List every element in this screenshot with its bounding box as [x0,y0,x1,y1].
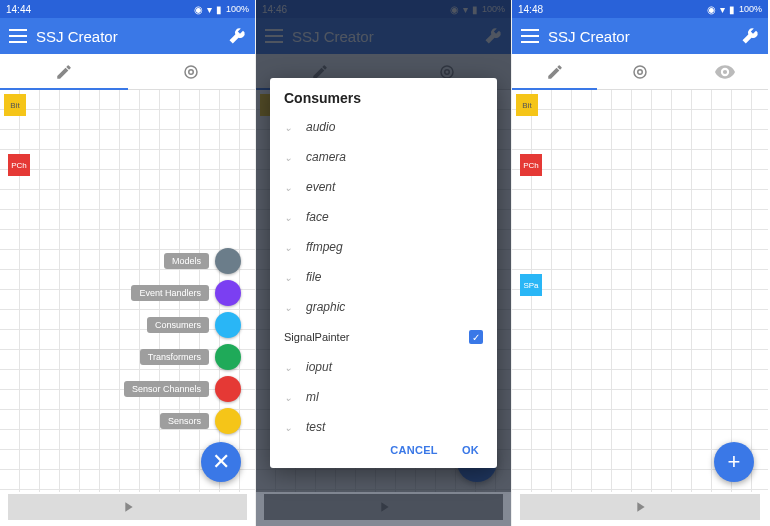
dialog-item-ml[interactable]: ⌄ml [270,382,497,412]
chevron-down-icon: ⌄ [284,182,298,193]
screen-1: 14:44 ◉ ▾ ▮ 100% SSJ Creator [0,0,256,526]
palette-label: Consumers [147,317,209,333]
play-icon [632,499,648,515]
tab-run[interactable] [597,54,682,89]
battery-pct: 100% [739,4,762,14]
status-time: 14:44 [6,4,31,15]
svg-point-5 [638,69,643,74]
battery-pct: 100% [226,4,249,14]
dialog-item-test[interactable]: ⌄test [270,412,497,434]
node-spa[interactable]: SPa [520,274,542,296]
palette-consumers[interactable]: Consumers [147,312,241,338]
palette-circle [215,248,241,274]
tab-bar [512,54,768,90]
palette-circle [215,408,241,434]
dialog-item-face[interactable]: ⌄face [270,202,497,232]
node-pch[interactable]: PCh [520,154,542,176]
tab-edit[interactable] [0,54,128,89]
battery-icon: ▮ [216,4,222,15]
palette-circle [215,344,241,370]
chevron-down-icon: ⌄ [284,362,298,373]
wrench-icon[interactable] [227,26,247,46]
tab-bar [0,54,255,90]
palette-circle [215,376,241,402]
canvas[interactable]: Bit PCh SPa + [512,90,768,492]
wifi-icon: ▾ [720,4,725,15]
dialog-item-audio[interactable]: ⌄audio [270,112,497,142]
play-icon [120,499,136,515]
svg-point-1 [189,69,194,74]
dialog-actions: CANCEL OK [270,434,497,468]
chevron-down-icon: ⌄ [284,422,298,433]
palette-transformers[interactable]: Transformers [140,344,241,370]
node-bit[interactable]: Bit [4,94,26,116]
cancel-button[interactable]: CANCEL [390,444,438,456]
palette-label: Sensors [160,413,209,429]
dialog-item-file[interactable]: ⌄file [270,262,497,292]
screen-2: 14:46 ◉ ▾ ▮ 100% SSJ Creator [256,0,512,526]
status-time: 14:48 [518,4,543,15]
svg-point-4 [634,66,646,78]
dialog-item-event[interactable]: ⌄event [270,172,497,202]
screen-3: 14:48 ◉ ▾ ▮ 100% SSJ Creator [512,0,768,526]
dialog-item-label: SignalPainter [284,331,349,343]
fab-add[interactable]: + [714,442,754,482]
status-bar: 14:44 ◉ ▾ ▮ 100% [0,0,255,18]
palette-circle [215,312,241,338]
eye-icon: ◉ [707,4,716,15]
chevron-down-icon: ⌄ [284,212,298,223]
svg-point-0 [185,66,197,78]
dialog-list[interactable]: ⌄audio ⌄camera ⌄event ⌄face ⌄ffmpeg ⌄fil… [270,112,497,434]
close-icon: ✕ [212,449,230,475]
dialog-item-graphic[interactable]: ⌄graphic [270,292,497,322]
wifi-icon: ▾ [207,4,212,15]
app-bar: SSJ Creator [512,18,768,54]
palette-circle [215,280,241,306]
canvas[interactable]: Bit PCh Models Event Handlers Consumers … [0,90,255,492]
eye-icon: ◉ [194,4,203,15]
battery-icon: ▮ [729,4,735,15]
palette-sensor-channels[interactable]: Sensor Channels [124,376,241,402]
node-bit[interactable]: Bit [516,94,538,116]
app-bar: SSJ Creator [0,18,255,54]
status-bar: 14:48 ◉ ▾ ▮ 100% [512,0,768,18]
dialog-item-camera[interactable]: ⌄camera [270,142,497,172]
plus-icon: + [728,449,741,475]
chevron-down-icon: ⌄ [284,242,298,253]
palette-sensors[interactable]: Sensors [160,408,241,434]
wrench-icon[interactable] [740,26,760,46]
chevron-down-icon: ⌄ [284,272,298,283]
chevron-down-icon: ⌄ [284,392,298,403]
status-icons: ◉ ▾ ▮ 100% [707,4,762,15]
palette-label: Event Handlers [131,285,209,301]
chevron-down-icon: ⌄ [284,122,298,133]
play-bar[interactable] [520,494,760,520]
palette-label: Sensor Channels [124,381,209,397]
svg-point-6 [723,69,727,73]
dialog-item-ffmpeg[interactable]: ⌄ffmpeg [270,232,497,262]
fab-close[interactable]: ✕ [201,442,241,482]
ok-button[interactable]: OK [462,444,479,456]
status-icons: ◉ ▾ ▮ 100% [194,4,249,15]
dialog-item-signalpainter[interactable]: SignalPainter ✓ [270,322,497,352]
tab-run[interactable] [128,54,256,89]
node-pch[interactable]: PCh [8,154,30,176]
dialog-title: Consumers [270,88,497,112]
palette-models[interactable]: Models [164,248,241,274]
dialog-item-ioput[interactable]: ⌄ioput [270,352,497,382]
menu-icon[interactable] [8,26,28,46]
chevron-down-icon: ⌄ [284,302,298,313]
app-title: SSJ Creator [548,28,740,45]
tab-view[interactable] [683,54,768,89]
tab-edit[interactable] [512,54,597,89]
palette-label: Models [164,253,209,269]
consumers-dialog: Consumers ⌄audio ⌄camera ⌄event ⌄face ⌄f… [270,78,497,468]
palette-label: Transformers [140,349,209,365]
chevron-down-icon: ⌄ [284,152,298,163]
play-bar[interactable] [8,494,247,520]
app-title: SSJ Creator [36,28,227,45]
checkbox-checked-icon[interactable]: ✓ [469,330,483,344]
palette-event-handlers[interactable]: Event Handlers [131,280,241,306]
menu-icon[interactable] [520,26,540,46]
